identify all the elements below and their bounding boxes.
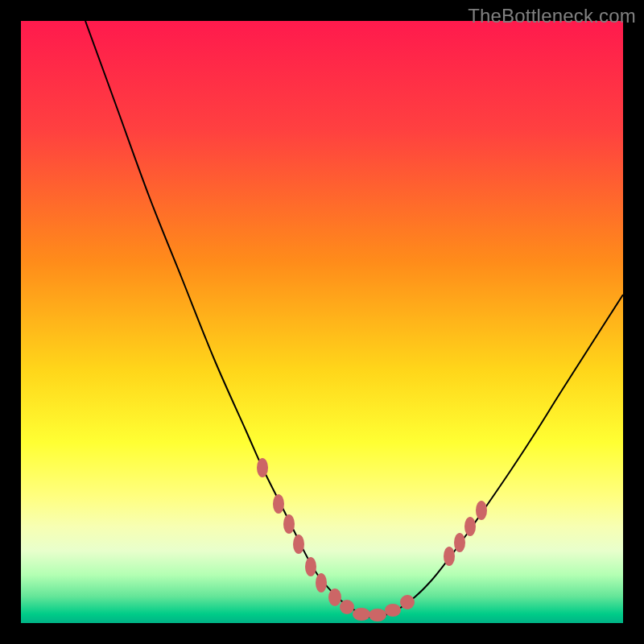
curve-dot xyxy=(464,517,476,536)
curve-dot xyxy=(316,573,327,592)
watermark-label: TheBottleneck.com xyxy=(468,5,636,27)
curve-dot xyxy=(385,604,401,617)
chart-stage: TheBottleneck.com xyxy=(0,0,644,644)
plot-area xyxy=(21,21,623,623)
chart-svg xyxy=(21,21,623,623)
curve-dot xyxy=(340,600,354,614)
curve-dot xyxy=(400,595,415,609)
curve-dot xyxy=(444,547,455,566)
gradient-background xyxy=(21,21,623,623)
curve-dot xyxy=(328,588,341,606)
curve-dot xyxy=(476,501,487,520)
curve-dot xyxy=(369,609,386,621)
curve-dot xyxy=(273,494,284,514)
curve-dot xyxy=(257,458,268,477)
curve-dot xyxy=(283,514,295,534)
curve-dot xyxy=(293,535,304,554)
curve-dot xyxy=(454,533,465,552)
curve-dot xyxy=(353,608,370,621)
curve-dot xyxy=(305,557,316,576)
